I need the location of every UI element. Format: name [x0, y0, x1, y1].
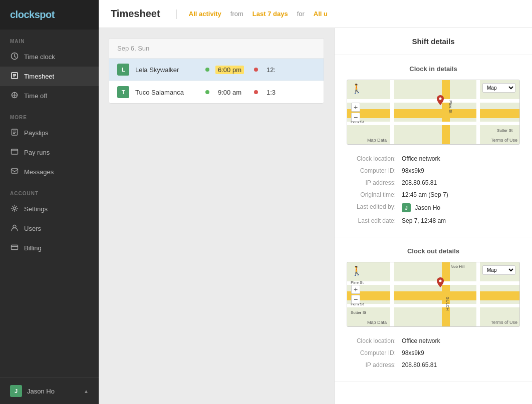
sidebar-item-pay-runs[interactable]: Pay runs	[0, 143, 99, 162]
sidebar-item-settings[interactable]: Settings	[0, 199, 99, 219]
sidebar-item-messages-label: Messages	[24, 168, 54, 176]
map-road-v3	[476, 80, 480, 144]
page-title: Timesheet	[111, 8, 160, 20]
computer-id-row: Computer ID: 98xs9k9	[347, 165, 520, 177]
activity-filter[interactable]: All activity	[189, 10, 221, 18]
clock-in-time-lela: 6:00 pm	[215, 66, 244, 74]
co-map-label-pine: Pine St	[351, 280, 364, 285]
table-row[interactable]: T Tuco Salamanca 9:00 am 1:3	[109, 81, 324, 103]
content-area: Sep 6, Sun L Lela Skywalker 6:00 pm 12: …	[99, 28, 532, 404]
clock-out-dot-lela	[254, 68, 258, 72]
co-map-zoom-out[interactable]: −	[351, 295, 360, 304]
last-edit-date-row: Last edit date: Sep 7, 12:48 am	[347, 215, 520, 227]
clock-out-section-title: Clock out details	[347, 247, 520, 255]
sidebar-item-billing-label: Billing	[24, 244, 42, 252]
co-map-type-select[interactable]: Map Satellite	[482, 265, 515, 275]
sidebar-section-main: MAIN Time clock Timesheet Time off	[0, 30, 99, 106]
map-road-h3	[347, 122, 519, 125]
shift-details-panel: Shift details Clock in details	[334, 28, 532, 404]
co-map-road-v3	[476, 262, 480, 326]
original-time-label: Original time:	[347, 191, 402, 198]
co-map-zoom-in[interactable]: +	[351, 285, 360, 294]
sidebar-item-time-clock-label: Time clock	[24, 53, 55, 61]
last-edited-value: J Jason Ho	[402, 203, 440, 212]
user-name: Jason Ho	[27, 387, 79, 395]
clock-icon	[10, 52, 19, 62]
sidebar-item-settings-label: Settings	[24, 205, 48, 213]
map-zoom-in[interactable]: +	[351, 103, 360, 112]
employee-name-tuco: Tuco Salamanca	[135, 89, 195, 96]
pay-runs-icon	[10, 148, 19, 157]
clock-location-row: Clock location: Office network	[347, 153, 520, 165]
topbar: Timesheet | All activity from Last 7 day…	[99, 0, 532, 28]
co-clock-location-label: Clock location:	[347, 337, 402, 344]
clock-out-dot-tuco	[254, 90, 258, 94]
ip-address-row: IP address: 208.80.65.81	[347, 177, 520, 189]
map-zoom-out[interactable]: −	[351, 113, 360, 122]
last-edited-label: Last edited by:	[347, 203, 402, 210]
computer-id-value: 98xs9k9	[402, 167, 424, 174]
original-time-value: 12:45 am (Sep 7)	[402, 191, 448, 198]
timesheet-panel: Sep 6, Sun L Lela Skywalker 6:00 pm 12: …	[99, 28, 334, 404]
co-clock-location-value: Office network	[402, 337, 440, 344]
co-map-pin-container	[437, 277, 444, 289]
co-map-zoom-controls: + −	[351, 285, 360, 304]
clock-in-section: Clock in details Pine St Fern St	[335, 55, 532, 237]
from-label: from	[230, 10, 243, 18]
user-footer[interactable]: J Jason Ho ▲	[0, 377, 99, 404]
sidebar-item-users[interactable]: Users	[0, 219, 99, 238]
map-street-label1: Pine St	[448, 100, 453, 113]
app-logo: clockspot	[0, 0, 99, 30]
svg-point-22	[439, 280, 441, 282]
user-filter[interactable]: All u	[314, 10, 328, 18]
last-edited-row: Last edited by: J Jason Ho	[347, 201, 520, 215]
map-background: Pine St Fern St Sutter St 🚶 Map	[347, 80, 519, 144]
clock-in-dot-tuco	[205, 90, 209, 94]
sidebar-item-timesheet[interactable]: Timesheet	[0, 67, 99, 86]
sidebar-item-time-off-label: Time off	[24, 92, 47, 100]
sidebar-item-time-clock[interactable]: Time clock	[0, 47, 99, 67]
clock-location-label: Clock location:	[347, 155, 402, 162]
last-edit-date-value: Sep 7, 12:48 am	[402, 217, 446, 224]
co-ip-address-row: IP address: 208.80.65.81	[347, 359, 520, 371]
employee-badge-tuco: T	[117, 86, 129, 98]
ip-address-value: 208.80.65.81	[402, 179, 437, 186]
employee-name-lela: Lela Skywalker	[135, 66, 195, 74]
map-watermark: Map Data	[367, 138, 387, 143]
logo-suffix: spot	[35, 9, 55, 20]
user-avatar: J	[10, 385, 22, 397]
table-row[interactable]: L Lela Skywalker 6:00 pm 12:	[109, 59, 324, 81]
svg-line-2	[15, 57, 16, 58]
co-map-label-gulch: GULCH	[445, 297, 449, 311]
co-computer-id-row: Computer ID: 98xs9k9	[347, 347, 520, 359]
clock-out-time-lela: 12:	[264, 66, 278, 74]
sidebar-item-billing[interactable]: Billing	[0, 238, 99, 258]
sidebar-item-timesheet-label: Timesheet	[24, 73, 54, 80]
map-type-controls[interactable]: Map Satellite	[482, 83, 515, 93]
editor-badge: J	[402, 203, 411, 212]
clock-in-map: Pine St Fern St Sutter St 🚶 Map	[347, 80, 520, 145]
editor-name: Jason Ho	[415, 204, 440, 211]
time-off-icon	[10, 91, 19, 101]
sidebar-item-messages[interactable]: Messages	[0, 162, 99, 182]
sidebar: clockspot MAIN Time clock Timesheet Time…	[0, 0, 99, 404]
co-map-road-h2	[347, 281, 519, 285]
map-terms: Terms of Use	[491, 138, 517, 143]
period-filter[interactable]: Last 7 days	[252, 10, 288, 18]
svg-rect-16	[12, 169, 18, 173]
co-map-terms: Terms of Use	[491, 320, 517, 325]
sidebar-item-time-off[interactable]: Time off	[0, 86, 99, 106]
co-map-road-h	[347, 291, 519, 300]
sidebar-item-users-label: Users	[24, 225, 41, 232]
sidebar-spacer	[0, 258, 99, 377]
sidebar-section-more-label: MORE	[0, 106, 99, 123]
map-person-icon: 🚶	[351, 83, 362, 94]
sidebar-item-payslips[interactable]: Payslips	[0, 123, 99, 143]
sidebar-item-pay-runs-label: Pay runs	[24, 149, 50, 156]
map-type-select[interactable]: Map Satellite	[482, 83, 515, 93]
shift-details-title: Shift details	[335, 28, 532, 55]
sidebar-section-more: MORE Payslips Pay runs Messages	[0, 106, 99, 182]
payslips-icon	[10, 128, 19, 138]
co-map-type-controls[interactable]: Map Satellite	[482, 265, 515, 275]
billing-icon	[10, 243, 19, 253]
